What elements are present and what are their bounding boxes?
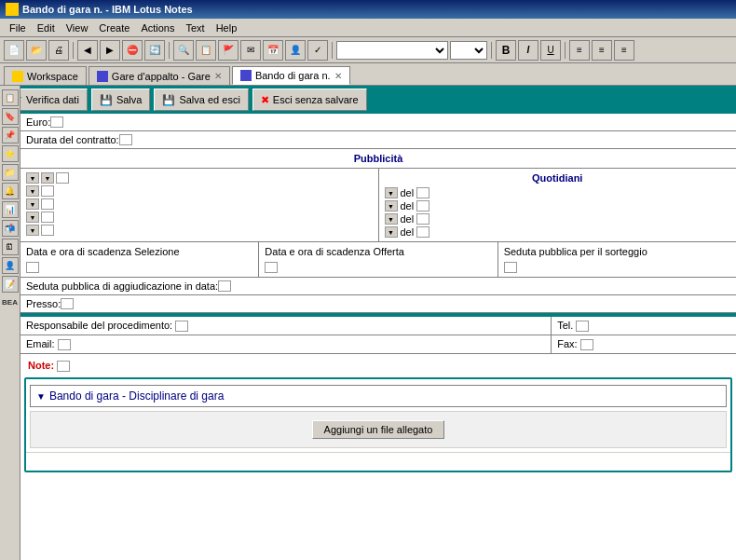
toolbar-stop[interactable]: ⛔ xyxy=(122,40,143,61)
sidebar-icon-11[interactable]: 📝 xyxy=(2,276,19,293)
salva-icon: 💾 xyxy=(100,94,113,106)
tab-gare-close[interactable]: ✕ xyxy=(214,71,222,81)
sidebar-icon-4[interactable]: ⭐ xyxy=(2,145,19,162)
checkbox-input-5[interactable] xyxy=(41,225,54,236)
menu-edit[interactable]: Edit xyxy=(32,20,61,35)
toolbar-mail[interactable]: ✉ xyxy=(240,40,261,61)
dropdown-2[interactable]: ▼ xyxy=(41,172,54,184)
quotidiani-dropdown-2[interactable]: ▼ xyxy=(385,200,398,212)
toolbar-bold[interactable]: B xyxy=(496,40,516,61)
tab-gare[interactable]: Gare d'appalto - Gare ✕ xyxy=(89,66,230,85)
menu-create[interactable]: Create xyxy=(93,20,135,35)
tab-bando-close[interactable]: ✕ xyxy=(334,71,342,81)
dropdown-6[interactable]: ▼ xyxy=(26,225,39,236)
quotidiani-dropdown-4[interactable]: ▼ xyxy=(385,226,398,238)
sidebar-icon-1[interactable]: 📋 xyxy=(2,89,19,106)
responsabile-label: Responsabile del procedimento: xyxy=(26,320,172,331)
email-input[interactable] xyxy=(58,339,71,350)
date-scadenza-selezione-label: Data e ora di scadenza Selezione xyxy=(26,246,252,257)
seduta-aggiudicazione-label: Seduta pubblica di aggiudicazione in dat… xyxy=(26,280,218,292)
tel-label: Tel. xyxy=(557,320,573,331)
sidebar-icon-10[interactable]: 👤 xyxy=(2,257,19,274)
toolbar-flag[interactable]: 🚩 xyxy=(218,40,239,61)
presso-input[interactable] xyxy=(61,298,74,309)
dropdown-5[interactable]: ▼ xyxy=(26,212,39,223)
salva-button[interactable]: 💾 Salva xyxy=(91,89,151,111)
responsabile-input[interactable] xyxy=(175,321,188,332)
toolbar-cal[interactable]: 📅 xyxy=(263,40,283,61)
euro-input[interactable] xyxy=(50,116,63,128)
quotidiani-dropdown-3[interactable]: ▼ xyxy=(385,213,398,225)
del-label-4: del xyxy=(401,226,415,238)
dropdown-3[interactable]: ▼ xyxy=(26,185,39,197)
toolbar-align-left[interactable]: ≡ xyxy=(569,40,590,61)
aggiungi-allegato-button[interactable]: Aggiungi un file allegato xyxy=(312,420,445,439)
salva-esci-icon: 💾 xyxy=(162,94,175,106)
checkbox-input-1[interactable] xyxy=(56,172,69,184)
checkbox-row-2: ▼ xyxy=(26,185,373,197)
menu-text[interactable]: Text xyxy=(180,20,210,35)
sidebar-icon-2[interactable]: 🔖 xyxy=(2,108,19,125)
del-label-2: del xyxy=(401,200,415,212)
menu-file[interactable]: File xyxy=(4,20,32,35)
sidebar-icon-6[interactable]: 🔔 xyxy=(2,183,19,199)
toolbar-italic[interactable]: I xyxy=(518,40,538,61)
toolbar-separator-3 xyxy=(332,42,333,59)
toolbar-contact[interactable]: 👤 xyxy=(285,40,306,61)
toolbar-todo[interactable]: ✓ xyxy=(307,40,328,61)
menu-view[interactable]: View xyxy=(61,20,94,35)
dropdown-4[interactable]: ▼ xyxy=(26,198,39,210)
tab-workspace[interactable]: Workspace xyxy=(4,66,87,85)
quotidiani-input-2[interactable] xyxy=(416,200,429,212)
toolbar-back[interactable]: ◀ xyxy=(77,40,98,61)
toolbar-search[interactable]: 🔍 xyxy=(173,40,194,61)
empty-bottom-row xyxy=(26,452,730,471)
sidebar-icon-5[interactable]: 📁 xyxy=(2,164,19,181)
seduta-aggiudicazione-input[interactable] xyxy=(218,280,231,292)
toolbar: 📄 📂 🖨 ◀ ▶ ⛔ 🔄 🔍 📋 🚩 ✉ 📅 👤 ✓ B I U ≡ ≡ ≡ xyxy=(0,37,736,63)
sidebar-icon-3[interactable]: 📌 xyxy=(2,127,19,143)
dropdown-1[interactable]: ▼ xyxy=(26,172,39,184)
toolbar-forward[interactable]: ▶ xyxy=(100,40,120,61)
menu-actions[interactable]: Actions xyxy=(135,20,180,35)
toolbar-align-right[interactable]: ≡ xyxy=(614,40,634,61)
fax-input[interactable] xyxy=(580,339,593,350)
esci-button[interactable]: ✖ Esci senza salvare xyxy=(252,89,367,111)
esci-icon: ✖ xyxy=(261,94,269,106)
note-input[interactable] xyxy=(57,361,70,372)
seduta-sorteggio-input[interactable] xyxy=(504,262,517,273)
quotidiani-dropdown-1[interactable]: ▼ xyxy=(385,187,398,198)
toolbar-new[interactable]: 📄 xyxy=(4,40,24,61)
menu-help[interactable]: Help xyxy=(211,20,243,35)
font-size-selector[interactable] xyxy=(450,41,487,60)
durata-input[interactable] xyxy=(119,134,132,145)
checkbox-input-4[interactable] xyxy=(41,212,54,223)
quotidiani-input-3[interactable] xyxy=(416,213,429,225)
checkbox-input-2[interactable] xyxy=(41,185,54,197)
salva-esci-button[interactable]: 💾 Salva ed esci xyxy=(154,89,248,111)
quotidiani-header: Quotidiani xyxy=(385,172,731,184)
font-selector[interactable] xyxy=(336,41,448,60)
quotidiani-input-4[interactable] xyxy=(416,226,429,238)
sidebar-icon-7[interactable]: 📊 xyxy=(2,201,19,218)
tel-input[interactable] xyxy=(576,321,589,332)
dates-cell-3: Seduta pubblica per il sorteggio xyxy=(498,242,736,277)
tab-bando-label: Bando di gara n. xyxy=(255,70,331,81)
toolbar-separator-5 xyxy=(565,42,566,59)
date-offerta-input[interactable] xyxy=(265,262,278,273)
toolbar-underline[interactable]: U xyxy=(540,40,561,61)
toolbar-address[interactable]: 📋 xyxy=(196,40,216,61)
toolbar-print[interactable]: 🖨 xyxy=(48,40,69,61)
checkbox-input-3[interactable] xyxy=(41,198,54,210)
sidebar-bea-label: BEA xyxy=(2,298,18,307)
collapse-arrow[interactable]: ▼ xyxy=(36,391,46,402)
bando-icon xyxy=(240,70,252,81)
date-selezione-input[interactable] xyxy=(26,262,39,273)
sidebar-icon-9[interactable]: 🗓 xyxy=(2,239,19,255)
toolbar-open[interactable]: 📂 xyxy=(26,40,47,61)
toolbar-refresh[interactable]: 🔄 xyxy=(144,40,165,61)
tab-bando[interactable]: Bando di gara n. ✕ xyxy=(232,66,350,85)
sidebar-icon-8[interactable]: 📬 xyxy=(2,220,19,237)
toolbar-align-center[interactable]: ≡ xyxy=(592,40,612,61)
quotidiani-input-1[interactable] xyxy=(416,187,429,198)
